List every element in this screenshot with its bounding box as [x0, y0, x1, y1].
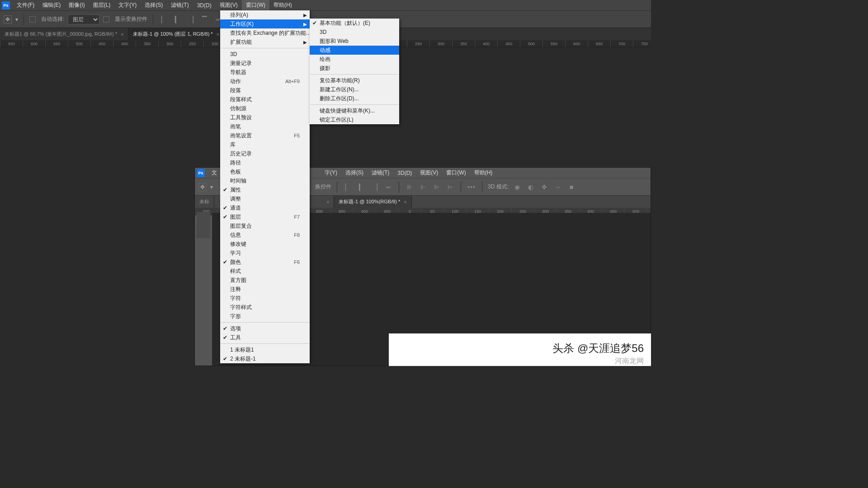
overflow-icon[interactable]: •••	[467, 182, 476, 192]
menu-item[interactable]: 样式	[220, 267, 310, 276]
menu-item[interactable]: 复位基本功能(R)	[310, 76, 399, 85]
menu-item[interactable]: 路径	[220, 158, 310, 167]
auto-select-checkbox[interactable]	[29, 16, 36, 23]
menu-3d[interactable]: 3D(D)	[193, 0, 216, 10]
layer-select[interactable]: 图层	[68, 14, 99, 24]
menu-item[interactable]: 工具预设	[220, 113, 310, 122]
menu-item[interactable]: ✔图层F7	[220, 212, 310, 221]
menu-item[interactable]: 直方图	[220, 276, 310, 285]
menu-item[interactable]: ✔通道	[220, 203, 310, 212]
menu-file-2[interactable]: 文	[208, 168, 221, 178]
menu-item[interactable]: 调整	[220, 194, 310, 203]
show-transform-checkbox[interactable]	[103, 16, 109, 23]
close-tab-icon[interactable]: ×	[121, 32, 123, 37]
menu-view-2[interactable]: 视图(V)	[416, 168, 442, 178]
align-icon[interactable]: ═	[383, 182, 393, 192]
menu-item[interactable]: 3D	[220, 50, 310, 59]
menu-view[interactable]: 视图(V)	[216, 0, 242, 10]
doc-tab-1[interactable]: 未标题1 @ 66.7% (童年图片_00000.jpg, RGB/8#) *×	[0, 28, 128, 40]
menu-item[interactable]: ✔选项	[220, 324, 310, 333]
move-tool-icon[interactable]: ✥	[4, 15, 12, 23]
menu-item[interactable]: 删除工作区(D)...	[310, 94, 399, 103]
menu-item[interactable]: 查找有关 Exchange 的扩展功能...	[220, 28, 310, 38]
menu-item[interactable]: ✔颜色F6	[220, 258, 310, 267]
menu-item[interactable]: 3D	[310, 28, 399, 37]
tool-preset-icon[interactable]: ▾	[15, 16, 18, 23]
menu-window-2[interactable]: 窗口(W)	[442, 168, 470, 178]
doc-tab-2[interactable]: 未标题-1 @ 100% (图层 1, RGB/8) *×	[128, 28, 224, 40]
menu-item[interactable]: 库	[220, 140, 310, 149]
menu-item[interactable]: 导航器	[220, 68, 310, 77]
menu-item[interactable]: 字符样式	[220, 303, 310, 312]
menu-type-2[interactable]: 字(Y)	[321, 168, 341, 178]
align-right-icon[interactable]: ▕	[186, 14, 196, 24]
menu-help-2[interactable]: 帮助(H)	[470, 168, 497, 178]
doc-tab-w2-1[interactable]: 未标	[195, 196, 214, 208]
menu-item[interactable]: 锁定工作区(L)	[310, 115, 399, 124]
close-tab-icon[interactable]: ×	[404, 199, 406, 205]
menu-item[interactable]: 色板	[220, 167, 310, 176]
menu-item[interactable]: 修改键	[220, 239, 310, 249]
menu-layer[interactable]: 图层(L)	[89, 0, 115, 10]
menu-item[interactable]: 键盘快捷键和菜单(K)...	[310, 106, 399, 115]
tool-slot[interactable]	[198, 214, 209, 225]
menu-item[interactable]: 扩展功能▶	[220, 38, 310, 47]
menu-item[interactable]: 学习	[220, 249, 310, 258]
menu-item[interactable]: 排列(A)▶	[220, 10, 310, 19]
3d-scale-icon[interactable]: ■	[566, 182, 576, 192]
menu-3d-2[interactable]: 3D(D)	[393, 168, 416, 178]
align-icon[interactable]: ▏	[343, 182, 353, 192]
menu-item[interactable]: 历史记录	[220, 149, 310, 158]
menu-item[interactable]: 测量记录	[220, 59, 310, 68]
menu-item[interactable]: 绘画	[310, 55, 399, 64]
close-tab-icon[interactable]: ×	[217, 32, 219, 37]
menu-item[interactable]: 摄影	[310, 64, 399, 73]
dist-icon[interactable]: ⊨	[445, 182, 455, 192]
dist-icon[interactable]: ⊩	[418, 182, 428, 192]
move-tool-icon[interactable]: ✥	[198, 183, 207, 191]
menu-filter-2[interactable]: 滤镜(T)	[368, 168, 393, 178]
3d-pan-icon[interactable]: ✥	[539, 182, 549, 192]
3d-roll-icon[interactable]: ◐	[526, 182, 536, 192]
menu-item[interactable]: 1 未标题1	[220, 345, 310, 354]
menu-select-2[interactable]: 选择(S)	[341, 168, 368, 178]
menu-file[interactable]: 文件(F)	[13, 0, 38, 10]
align-icon[interactable]: ▕	[370, 182, 380, 192]
doc-tab-w2-2[interactable]: 未标题-1 @ 100%(RGB/8) *×	[334, 196, 411, 208]
menu-filter[interactable]: 滤镜(T)	[167, 0, 193, 10]
menu-select[interactable]: 选择(S)	[141, 0, 167, 10]
menu-item[interactable]: 画笔设置F5	[220, 131, 310, 140]
align-top-icon[interactable]: ▔	[199, 14, 209, 24]
tool-slot[interactable]	[198, 225, 209, 236]
menu-window[interactable]: 窗口(W)	[242, 0, 269, 10]
menu-item[interactable]: 画笔	[220, 122, 310, 131]
3d-slide-icon[interactable]: ↔	[553, 182, 563, 192]
menu-item[interactable]: ✔工具	[220, 333, 310, 342]
align-icon[interactable]: ▎	[356, 182, 366, 192]
doc-tab-w2-x[interactable]: ×	[318, 196, 334, 208]
menu-item[interactable]: 新建工作区(N)...	[310, 85, 399, 94]
align-left-icon[interactable]: ▏	[159, 14, 169, 24]
menu-type[interactable]: 文字(Y)	[114, 0, 141, 10]
menu-item[interactable]: ✔属性	[220, 185, 310, 194]
menu-help[interactable]: 帮助(H)	[269, 0, 296, 10]
menu-item[interactable]: 动作Alt+F9	[220, 77, 310, 86]
menu-item[interactable]: 段落	[220, 86, 310, 95]
dist-icon[interactable]: ⊫	[432, 182, 442, 192]
menu-item[interactable]: 信息F8	[220, 230, 310, 239]
menu-item[interactable]: ✔2 未标题-1	[220, 354, 310, 363]
menu-item[interactable]: 段落样式	[220, 95, 310, 104]
menu-item[interactable]: 时间轴	[220, 176, 310, 185]
menu-item[interactable]: 字形	[220, 312, 310, 321]
menu-item[interactable]: 注释	[220, 285, 310, 294]
menu-edit[interactable]: 编辑(E)	[38, 0, 65, 10]
menu-item[interactable]: ✔基本功能（默认）(E)	[310, 19, 399, 28]
dist-icon[interactable]: ⊪	[405, 182, 415, 192]
menu-image[interactable]: 图像(I)	[65, 0, 89, 10]
menu-item[interactable]: 字符	[220, 294, 310, 303]
menu-item[interactable]: 工作区(K)▶	[220, 19, 310, 28]
menu-item[interactable]: 动感	[310, 46, 399, 55]
menu-item[interactable]: 仿制源	[220, 104, 310, 113]
3d-orbit-icon[interactable]: ◉	[512, 182, 522, 192]
menu-item[interactable]: 图层复合	[220, 221, 310, 230]
